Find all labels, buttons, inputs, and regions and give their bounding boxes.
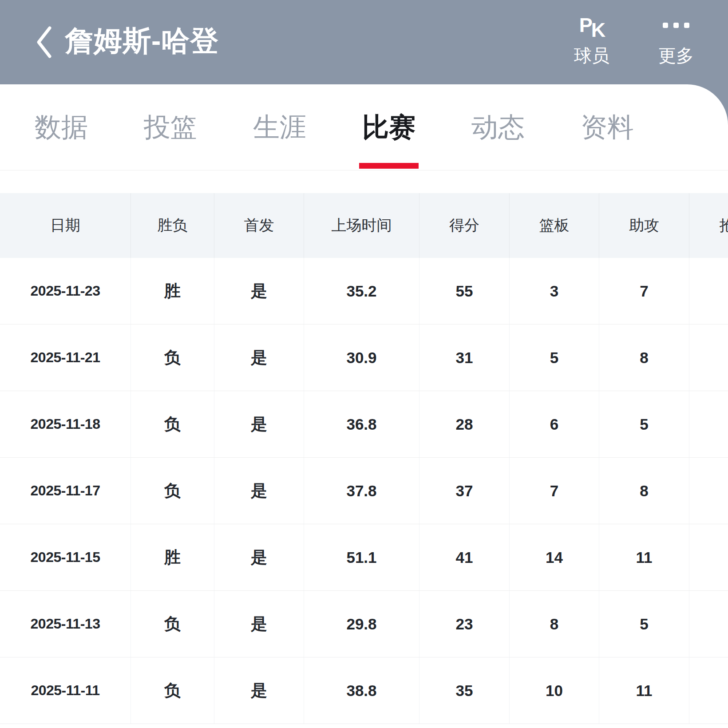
table-cell: 51.1 [304,524,419,590]
table-cell: 负 [131,657,214,724]
table-cell: 8 [599,324,689,391]
table-cell [689,591,728,657]
table-cell [689,458,728,524]
content-panel: 数据 投篮 生涯 比赛 动态 资料 日期 胜负 首发 上场时间 得分 篮板 助攻… [0,84,728,728]
table-cell: 2025-11-15 [0,524,131,590]
table-cell: 31 [419,324,510,391]
table-cell: 8 [510,591,599,657]
table-cell: 胜 [131,258,214,324]
column-header-started: 首发 [214,193,304,258]
table-cell: 2025-11-17 [0,458,131,524]
table-cell: 2025-11-21 [0,324,131,391]
column-header-rebounds: 篮板 [510,193,599,258]
table-cell: 负 [131,324,214,391]
column-header-minutes: 上场时间 [304,193,419,258]
table-cell: 负 [131,591,214,657]
tab-games[interactable]: 比赛 [334,84,443,170]
table-cell: 2025-11-18 [0,391,131,457]
table-cell [689,657,728,724]
table-cell: 37.8 [304,458,419,524]
table-row[interactable]: 2025-11-23胜是35.25537 [0,258,728,324]
table-cell: 8 [599,458,689,524]
table-cell: 胜 [131,524,214,590]
ellipsis-icon [663,11,689,40]
table-cell: 14 [510,524,599,590]
more-label: 更多 [658,44,694,68]
table-cell: 37 [419,458,510,524]
table-cell: 7 [599,258,689,324]
active-tab-underline [359,163,419,169]
table-cell: 5 [599,591,689,657]
app-header: 詹姆斯-哈登 PK 球员 更多 [0,0,728,84]
table-row[interactable]: 2025-11-21负是30.93158 [0,324,728,391]
player-game-log-screen: 詹姆斯-哈登 PK 球员 更多 数据 投篮 生涯 比赛 动态 资料 [0,0,728,728]
column-header-date: 日期 [0,193,131,258]
table-row[interactable]: 2025-11-17负是37.83778 [0,458,728,524]
tab-profile[interactable]: 资料 [553,84,662,170]
tab-news[interactable]: 动态 [443,84,553,170]
table-cell: 29.8 [304,591,419,657]
table-cell: 23 [419,591,510,657]
tab-shooting[interactable]: 投篮 [116,84,225,170]
column-header-steals: 抢断 [689,193,728,258]
game-log-table: 日期 胜负 首发 上场时间 得分 篮板 助攻 抢断 2025-11-23胜是35… [0,193,728,724]
table-cell: 38.8 [304,657,419,724]
table-cell: 是 [214,258,304,324]
compare-player-button[interactable]: PK 球员 [566,11,618,68]
table-cell: 6 [510,391,599,457]
back-icon[interactable] [35,25,53,59]
table-cell [689,258,728,324]
column-header-points: 得分 [419,193,510,258]
header-actions: PK 球员 更多 [566,11,702,68]
table-cell: 30.9 [304,324,419,391]
table-cell: 55 [419,258,510,324]
table-cell: 28 [419,391,510,457]
table-cell: 负 [131,391,214,457]
header-left: 詹姆斯-哈登 [35,0,219,84]
column-header-assists: 助攻 [599,193,689,258]
table-cell: 5 [599,391,689,457]
table-cell: 是 [214,458,304,524]
table-body: 2025-11-23胜是35.255372025-11-21负是30.93158… [0,258,728,724]
table-cell: 2025-11-11 [0,657,131,724]
tab-bar: 数据 投篮 生涯 比赛 动态 资料 [7,84,662,170]
table-cell: 36.8 [304,391,419,457]
table-cell: 是 [214,324,304,391]
table-row[interactable]: 2025-11-15胜是51.1411411 [0,524,728,591]
more-button[interactable]: 更多 [650,11,702,68]
table-cell: 11 [599,657,689,724]
table-row[interactable]: 2025-11-13负是29.82385 [0,591,728,657]
table-cell [689,391,728,457]
page-title: 詹姆斯-哈登 [65,27,219,58]
table-cell: 10 [510,657,599,724]
table-cell: 2025-11-23 [0,258,131,324]
table-cell: 3 [510,258,599,324]
tab-career[interactable]: 生涯 [225,84,334,170]
tab-stats[interactable]: 数据 [7,84,116,170]
table-row[interactable]: 2025-11-11负是38.8351011 [0,657,728,724]
tab-divider [0,170,728,170]
table-cell: 负 [131,458,214,524]
table-cell [689,524,728,590]
compare-player-label: 球员 [574,44,609,68]
pk-icon: PK [579,11,605,40]
table-cell: 11 [599,524,689,590]
table-header-row: 日期 胜负 首发 上场时间 得分 篮板 助攻 抢断 [0,193,728,258]
table-cell: 是 [214,524,304,590]
table-cell: 41 [419,524,510,590]
table-cell: 35 [419,657,510,724]
table-cell: 2025-11-13 [0,591,131,657]
column-header-result: 胜负 [131,193,214,258]
table-cell: 35.2 [304,258,419,324]
table-cell: 是 [214,657,304,724]
table-cell: 是 [214,391,304,457]
table-row[interactable]: 2025-11-18负是36.82865 [0,391,728,458]
table-cell: 5 [510,324,599,391]
table-cell [689,324,728,391]
table-cell: 是 [214,591,304,657]
table-cell: 7 [510,458,599,524]
